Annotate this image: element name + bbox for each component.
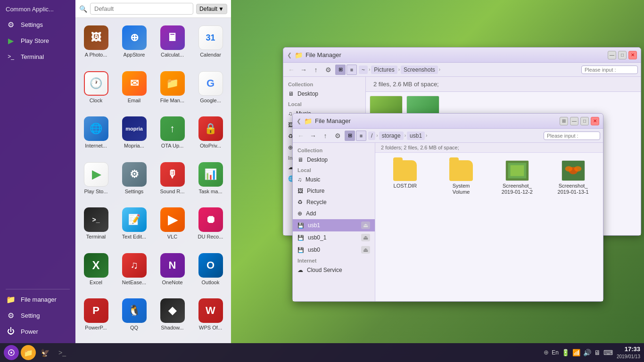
search-input[interactable]: [90, 3, 193, 15]
fm2-file-screenshot2[interactable]: Screenshot_2019-01-13-1: [548, 157, 598, 198]
app-item-otaup[interactable]: ↑ OTA Up...: [154, 113, 191, 157]
sidebar-item-power[interactable]: ⏻ Power: [0, 323, 75, 339]
fm2-forward-button[interactable]: →: [308, 131, 318, 141]
app-item-onenote[interactable]: N OneNote: [154, 249, 191, 294]
fm2-sidebar-add[interactable]: ⊕ Add: [293, 208, 375, 219]
fm2-sidebar-music[interactable]: ♫ Music: [293, 174, 375, 185]
sidebar-item-setting[interactable]: ⚙ Setting: [0, 307, 75, 323]
fm2-sidebar-usb01[interactable]: 💾 usb0_1 ⏏: [293, 231, 375, 244]
fm1-close-button[interactable]: ✕: [628, 51, 637, 59]
fm2-breadcrumb-storage[interactable]: storage: [379, 132, 404, 140]
fm2-file-sysvolume[interactable]: SystemVolume: [436, 157, 487, 198]
fm2-sidebar-usb0[interactable]: 💾 usb0 ⏏: [293, 244, 375, 256]
fm2-add-label: Add: [306, 210, 316, 217]
playstore-icon: ▶: [6, 35, 16, 46]
taskbar-time-display[interactable]: 17:33 2019/01/13: [617, 346, 640, 360]
fm1-list-view-button[interactable]: ≡: [347, 65, 357, 75]
search-icon[interactable]: 🔍: [79, 5, 87, 13]
app-icon-excel: X: [84, 253, 108, 278]
app-item-email[interactable]: ✉ Email: [116, 67, 153, 112]
app-item-netease[interactable]: ♫ NetEase...: [116, 249, 153, 294]
fm1-maximize-button[interactable]: □: [618, 51, 627, 59]
app-item-aphoto[interactable]: 🖼 A Photo...: [77, 22, 115, 66]
fm2-grid-view-button[interactable]: ⊞: [345, 131, 355, 141]
fm2-maximize-button[interactable]: □: [580, 117, 589, 125]
app-item-clock[interactable]: 🕐 Clock: [77, 67, 115, 112]
app-name-onenote: OneNote: [162, 280, 182, 286]
tray-icon-1[interactable]: ⊕: [544, 349, 549, 356]
app-item-qq[interactable]: 🐧 QQ: [116, 295, 153, 339]
app-item-google[interactable]: G Google...: [192, 67, 229, 112]
fm2-extra-button[interactable]: ⊞: [560, 117, 568, 125]
fm2-file-screenshot1-name: Screenshot_2019-01-12-2: [502, 183, 533, 195]
fm2-list-view-button[interactable]: ≡: [356, 131, 366, 141]
fm1-search-input[interactable]: [581, 66, 638, 74]
fm2-breadcrumb-usb1[interactable]: usb1: [407, 132, 425, 140]
fm1-breadcrumb-pictures[interactable]: Pictures: [371, 66, 397, 74]
tray-lang[interactable]: En: [552, 349, 559, 356]
app-item-playsto[interactable]: ▶ Play Sto...: [77, 158, 115, 203]
fm2-collapse-icon[interactable]: ❮: [297, 118, 301, 124]
fm2-file-screenshot1[interactable]: Screenshot_2019-01-12-2: [492, 157, 543, 198]
app-item-wps[interactable]: W WPS Of...: [192, 295, 229, 339]
app-icon-otopri: 🔒: [198, 116, 223, 141]
taskbar-app-button[interactable]: 🦅: [38, 345, 53, 360]
fm1-breadcrumb-home[interactable]: ~: [359, 66, 368, 74]
fm2-usb0-eject-button[interactable]: ⏏: [361, 246, 370, 254]
fm1-minimize-button[interactable]: —: [608, 51, 616, 59]
fm2-sidebar-cloud[interactable]: ☁ Cloud Service: [293, 264, 375, 276]
fm2-file-lostdir[interactable]: LOST.DIR: [380, 157, 430, 198]
sidebar-item-playstore[interactable]: ▶ Play Store: [0, 33, 75, 49]
fm2-sidebar-desktop[interactable]: 🖥 Desktop: [293, 154, 375, 165]
app-item-durec[interactable]: ⏺ DU Reco...: [192, 204, 229, 248]
app-item-calendar[interactable]: 31 Calendar: [192, 22, 229, 66]
app-item-vlc[interactable]: ▶ VLC: [154, 204, 191, 248]
app-item-powerp[interactable]: P PowerP...: [77, 295, 115, 339]
sidebar-item-filemanager[interactable]: 📁 File manager: [0, 291, 75, 307]
app-item-taskman[interactable]: 📊 Task ma...: [192, 158, 229, 203]
taskbar-folder-button[interactable]: 📁: [21, 345, 36, 360]
fm1-settings-button[interactable]: ⚙: [323, 65, 333, 75]
fm1-up-button[interactable]: ↑: [311, 65, 321, 75]
fm2-back-button[interactable]: ←: [296, 131, 306, 141]
fm1-grid-view-button[interactable]: ⊞: [335, 65, 346, 75]
sort-button[interactable]: Default ▼: [196, 4, 227, 14]
app-icon-qq: 🐧: [122, 298, 147, 323]
app-item-mopria[interactable]: mopria Mopria...: [116, 113, 153, 157]
fm2-usb01-eject-button[interactable]: ⏏: [361, 234, 370, 241]
fm1-breadcrumb-screenshots[interactable]: Screenshots: [401, 66, 438, 74]
fm2-win-controls: ⊞ — □ ✕: [560, 117, 599, 125]
app-item-fileman[interactable]: 📁 File Man...: [154, 67, 191, 112]
app-item-otopri[interactable]: 🔒 OtoPriv...: [192, 113, 229, 157]
taskbar-start-button[interactable]: [4, 345, 19, 360]
taskbar-terminal-button[interactable]: >_: [55, 345, 70, 360]
app-item-terminal2[interactable]: >_ Terminal: [77, 204, 115, 248]
fm1-forward-button[interactable]: →: [298, 65, 309, 75]
fm2-close-button[interactable]: ✕: [591, 117, 599, 125]
fm1-sidebar-desktop[interactable]: 🖥 Desktop: [283, 88, 365, 99]
app-item-texted[interactable]: 📝 Text Edit...: [116, 204, 153, 248]
sidebar-item-terminal[interactable]: >_ Terminal: [0, 49, 75, 65]
app-item-settings2[interactable]: ⚙ Settings: [116, 158, 153, 203]
app-item-excel[interactable]: X Excel: [77, 249, 115, 294]
app-item-shadow[interactable]: ◆ Shadow...: [154, 295, 191, 339]
app-item-calculator[interactable]: 🖩 Calculat...: [154, 22, 191, 66]
app-item-outlook[interactable]: O Outlook: [192, 249, 229, 294]
app-item-internet[interactable]: 🌐 Internet...: [77, 113, 115, 157]
fm2-breadcrumb-root[interactable]: /: [368, 132, 375, 140]
fm2-search-input[interactable]: [544, 132, 600, 140]
fm2-settings-button[interactable]: ⚙: [332, 131, 343, 141]
fm1-collapse-icon[interactable]: ❮: [287, 52, 292, 58]
fm2-minimize-button[interactable]: —: [570, 117, 578, 125]
fm2-up-button[interactable]: ↑: [320, 131, 330, 141]
fm1-back-button[interactable]: ←: [286, 65, 297, 75]
sidebar-item-settings[interactable]: ⚙ Settings: [0, 16, 75, 33]
app-item-appstore[interactable]: ⊕ AppStore: [116, 22, 153, 66]
app-name-settings2: Settings: [125, 189, 144, 195]
fm2-sidebar-usb1[interactable]: 💾 usb1 ⏏: [293, 219, 375, 231]
fm2-usb1-eject-button[interactable]: ⏏: [361, 222, 370, 229]
fm2-sidebar-picture[interactable]: 🖼 Picture: [293, 185, 375, 197]
fm2-sidebar-recycle[interactable]: ♻ Recycle: [293, 197, 375, 208]
app-item-soundrec[interactable]: 🎙 Sound R...: [154, 158, 191, 203]
fm2-collection-label: Collection: [293, 146, 375, 154]
